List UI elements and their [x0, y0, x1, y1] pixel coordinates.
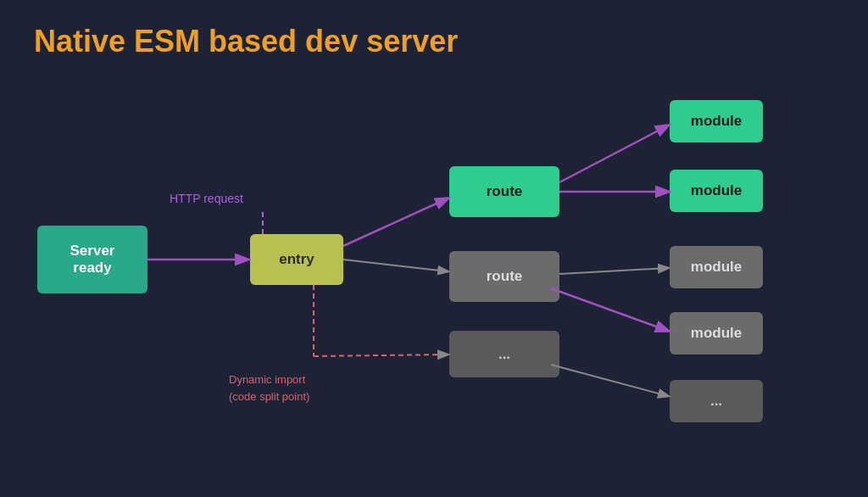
- http-request-label: HTTP request: [170, 192, 243, 205]
- module1-box: module: [670, 100, 763, 142]
- svg-line-10: [551, 365, 668, 396]
- dots2-box: ...: [670, 380, 763, 422]
- svg-line-5: [314, 355, 448, 356]
- svg-line-6: [559, 126, 668, 182]
- dots-box: ...: [449, 331, 559, 377]
- svg-line-3: [343, 260, 448, 271]
- page-title: Native ESM based dev server: [34, 24, 458, 59]
- module3-box: module: [670, 246, 763, 288]
- route1-box: route: [449, 166, 559, 217]
- svg-line-2: [343, 198, 448, 246]
- entry-box: entry: [250, 234, 343, 285]
- svg-line-9: [551, 288, 668, 331]
- dynamic-import-label: Dynamic import (code split point): [229, 371, 309, 405]
- module4-box: module: [670, 312, 763, 355]
- module2-box: module: [670, 170, 763, 212]
- svg-line-8: [559, 268, 668, 274]
- server-ready-box: Server ready: [37, 226, 147, 293]
- route2-box: route: [449, 251, 559, 302]
